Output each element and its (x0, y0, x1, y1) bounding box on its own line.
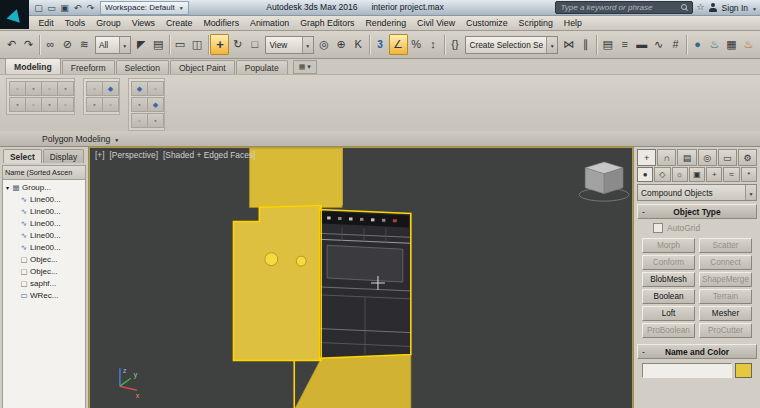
workspace-dropdown[interactable]: Workspace: Default (100, 1, 189, 15)
mirror-icon[interactable]: ⋈ (560, 35, 577, 54)
tab-create[interactable] (637, 149, 656, 166)
menu-item[interactable]: Group (91, 18, 126, 28)
percent-snap-icon[interactable]: % (408, 35, 425, 54)
favorites-icon[interactable] (697, 3, 705, 12)
list-item[interactable]: Line00... (3, 193, 85, 205)
ribbon-tool-icon[interactable] (131, 81, 148, 96)
object-type-button[interactable]: ShapeMerge (699, 272, 752, 287)
menu-item[interactable]: Scripting (513, 18, 558, 28)
scene-object-list[interactable]: Group... Line00... Line00... (2, 180, 86, 408)
redo-icon[interactable]: ↷ (20, 35, 37, 54)
bind-spacewarp-icon[interactable]: ≋ (76, 35, 93, 54)
list-item[interactable]: Line00... (3, 229, 85, 241)
list-item[interactable]: Line00... (3, 217, 85, 229)
ribbon-tool-icon[interactable] (9, 81, 26, 96)
name-color-rollout[interactable]: Name and Color (637, 344, 757, 359)
menu-item[interactable]: Views (126, 18, 160, 28)
select-link-icon[interactable]: ∞ (42, 35, 59, 54)
object-type-button[interactable]: Conform (642, 255, 695, 270)
select-rotate-icon[interactable]: ↻ (229, 35, 246, 54)
category-spacewarps-icon[interactable] (723, 167, 739, 182)
object-type-button[interactable]: Connect (699, 255, 752, 270)
edit-named-sets-icon[interactable]: {} (446, 35, 463, 54)
vertex-handle[interactable] (296, 256, 306, 266)
ribbon-tool-icon[interactable] (102, 97, 119, 112)
cabinet-front-face[interactable] (233, 206, 321, 361)
list-item[interactable]: Line00... (3, 205, 85, 217)
list-item[interactable]: Line00... (3, 241, 85, 253)
ribbon-tool-icon[interactable] (102, 81, 119, 96)
ribbon-tab[interactable]: Modeling (5, 58, 61, 74)
undo-quick-icon[interactable] (71, 1, 84, 14)
menu-item[interactable]: Customize (461, 18, 514, 28)
ribbon-tool-icon[interactable] (41, 97, 58, 112)
menu-item[interactable]: Animation (245, 18, 295, 28)
vertex-handle[interactable] (265, 253, 278, 266)
ribbon-config-icon[interactable] (293, 60, 317, 74)
list-item[interactable]: Objec... (3, 253, 85, 265)
geometry-category-dropdown[interactable]: Compound Objects (637, 184, 757, 201)
ribbon-tool-icon[interactable] (131, 97, 148, 112)
menu-item[interactable]: Modifiers (198, 18, 245, 28)
object-type-rollout[interactable]: Object Type (637, 204, 757, 219)
polygon-modeling-panel[interactable]: Polygon Modeling (0, 131, 760, 147)
object-type-button[interactable]: BlobMesh (642, 272, 695, 287)
menu-item[interactable]: Civil View (412, 18, 461, 28)
scene-explorer-icon[interactable]: ▤ (599, 35, 616, 54)
render-production-icon[interactable]: ♨ (740, 35, 757, 54)
autogrid-checkbox[interactable] (653, 223, 663, 233)
object-type-button[interactable]: Scatter (699, 238, 752, 253)
object-color-swatch[interactable] (735, 363, 752, 378)
list-item[interactable]: Group... (3, 181, 85, 193)
layer-manager-icon[interactable]: ≡ (616, 35, 633, 54)
ribbon-toggle-icon[interactable]: ▬ (633, 35, 650, 54)
dropdown-button[interactable] (745, 185, 756, 200)
window-crossing-icon[interactable]: ◫ (189, 35, 206, 54)
category-helpers-icon[interactable] (706, 167, 722, 182)
max-logo[interactable] (0, 0, 29, 29)
ribbon-tab[interactable]: Selection (116, 60, 169, 74)
category-cameras-icon[interactable] (689, 167, 705, 182)
menu-item[interactable]: Rendering (360, 18, 412, 28)
select-object-icon[interactable]: ◤ (133, 35, 150, 54)
perspective-viewport[interactable]: [+] [Perspective] [Shaded + Edged Faces] (89, 147, 633, 408)
scene-explorer-tab[interactable]: Select (3, 149, 42, 163)
coordinate-system-dropdown[interactable]: View (265, 36, 313, 54)
ribbon-tool-icon[interactable] (9, 97, 26, 112)
undo-icon[interactable]: ↶ (3, 35, 20, 54)
select-manipulate-icon[interactable]: ⊕ (333, 35, 350, 54)
ribbon-tool-icon[interactable] (57, 81, 74, 96)
ribbon-tool-icon[interactable] (147, 113, 164, 128)
redo-quick-icon[interactable] (84, 1, 97, 14)
ribbon-tab[interactable]: Populate (236, 60, 288, 74)
select-by-name-icon[interactable]: ▤ (150, 35, 167, 54)
ribbon-tool-icon[interactable] (57, 97, 74, 112)
search-input[interactable] (559, 2, 679, 13)
column-header-name[interactable]: Name (Sorted Ascen (2, 165, 86, 180)
category-shapes-icon[interactable] (654, 167, 670, 182)
rect-region-icon[interactable]: ▭ (172, 35, 189, 54)
angle-snap-icon[interactable]: ∠ (389, 34, 408, 55)
menu-item[interactable]: Edit (33, 18, 59, 28)
selection-filter-dropdown[interactable]: All (95, 36, 131, 54)
ribbon-tool-icon[interactable] (131, 113, 148, 128)
menu-item[interactable]: Tools (59, 18, 91, 28)
list-item[interactable]: WRec... (3, 289, 85, 301)
keyboard-override-icon[interactable]: K (350, 35, 367, 54)
material-editor-icon[interactable]: ● (689, 35, 706, 54)
new-scene-icon[interactable] (32, 1, 45, 14)
tab-modify[interactable] (657, 149, 676, 166)
object-name-field[interactable] (642, 363, 732, 378)
save-icon[interactable] (58, 1, 71, 14)
ribbon-tab[interactable]: Freeform (62, 60, 115, 74)
viewport-shading-menu[interactable]: [Shaded + Edged Faces] (163, 150, 255, 160)
list-item[interactable]: saphf... (3, 277, 85, 289)
ribbon-tab[interactable]: Object Paint (170, 60, 235, 74)
list-item[interactable]: Objec... (3, 265, 85, 277)
ribbon-tool-icon[interactable] (41, 81, 58, 96)
user-icon[interactable] (709, 3, 718, 12)
render-setup-icon[interactable]: ♨ (706, 35, 723, 54)
search-icon[interactable] (681, 4, 689, 12)
ribbon-tool-icon[interactable] (147, 97, 164, 112)
ribbon-tool-icon[interactable] (147, 81, 164, 96)
